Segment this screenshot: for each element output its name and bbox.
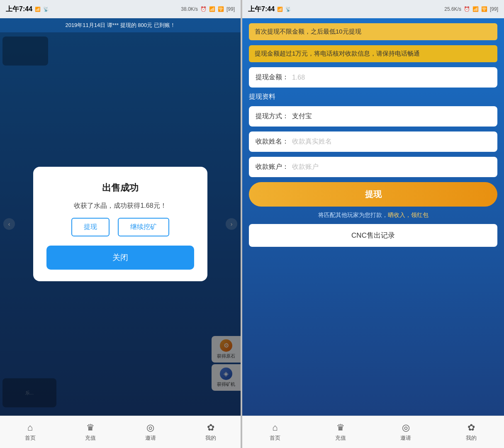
left-content-area: ‹ 乐... › ⚙ 获得原石 ◈ <box>0 32 241 416</box>
notice-1: 首次提现不限金额，之后最低10元提现 <box>249 23 497 40</box>
info-text: 将匹配其他玩家为您打款，晒收入，领红包 <box>249 212 497 219</box>
left-signal2-icon: 📶 <box>209 6 215 12</box>
modal-overlay: 出售成功 收获了水晶，成功获得1.68元！ 提现 继续挖矿 关闭 <box>0 32 241 416</box>
right-wifi-icon: 📡 <box>285 7 291 12</box>
left-invite-label: 邀请 <box>145 434 156 442</box>
right-recharge-icon: ♛ <box>336 422 345 433</box>
modal-title: 出售成功 <box>102 182 139 194</box>
modal-close-button[interactable]: 关闭 <box>46 246 194 270</box>
left-home-label: 首页 <box>25 434 36 442</box>
info-text-pre: 将匹配其他玩家为您打款， <box>318 212 388 218</box>
right-status-bar: 上午7:44 📶 📡 25.6K/s ⏰ 📶 🛜 [99] <box>242 0 504 18</box>
right-mine-icon: ✿ <box>467 422 475 433</box>
cnc-button[interactable]: CNC售出记录 <box>249 224 497 247</box>
modal-withdraw-button[interactable]: 提现 <box>71 218 110 236</box>
left-nav-mine[interactable]: ✿ 我的 <box>180 422 241 442</box>
modal-body: 收获了水晶，成功获得1.68元！ <box>74 202 166 210</box>
left-speed: 38.0K/s <box>181 6 198 12</box>
right-home-icon: ⌂ <box>272 422 278 433</box>
method-row[interactable]: 提现方式： 支付宝 <box>249 106 497 127</box>
right-speed: 25.6K/s <box>444 6 461 12</box>
left-recharge-label: 充值 <box>85 434 96 442</box>
name-label: 收款姓名： <box>256 137 289 146</box>
right-recharge-label: 充值 <box>335 434 346 442</box>
notice-2: 提现金额超过1万元，将电话核对收款信息，请保持电话畅通 <box>249 45 497 62</box>
ticker-text: 2019年11月14日 谭*** 提现的 800元 已到账！ <box>65 22 175 28</box>
left-invite-icon: ◎ <box>146 422 154 433</box>
amount-placeholder: 1.68 <box>292 74 305 81</box>
right-invite-icon: ◎ <box>402 422 410 433</box>
right-signal-icon: 📶 <box>277 7 283 12</box>
right-nav-mine[interactable]: ✿ 我的 <box>438 422 504 442</box>
left-nav-home[interactable]: ⌂ 首页 <box>0 422 60 442</box>
ticker-bar: 2019年11月14日 谭*** 提现的 800元 已到账！ <box>0 18 241 32</box>
right-home-label: 首页 <box>270 434 280 442</box>
right-panel: 首次提现不限金额，之后最低10元提现 提现金额超过1万元，将电话核对收款信息，请… <box>242 18 504 416</box>
right-nav-recharge[interactable]: ♛ 充值 <box>308 422 373 442</box>
form-section-label: 提现资料 <box>249 93 497 101</box>
left-recharge-icon: ♛ <box>86 422 95 433</box>
method-label: 提现方式： <box>256 112 289 121</box>
left-home-icon: ⌂ <box>27 422 33 433</box>
right-wifi2-icon: 🛜 <box>481 6 487 12</box>
modal-box: 出售成功 收获了水晶，成功获得1.68元！ 提现 继续挖矿 关闭 <box>33 167 207 281</box>
right-signal2-icon: 📶 <box>472 6 479 12</box>
left-panel: 2019年11月14日 谭*** 提现的 800元 已到账！ ‹ 乐... › <box>0 18 241 448</box>
right-mine-label: 我的 <box>466 434 477 442</box>
left-wifi2-icon: 🛜 <box>218 6 224 12</box>
name-row[interactable]: 收款姓名： 收款真实姓名 <box>249 131 497 152</box>
modal-action-buttons: 提现 继续挖矿 <box>71 218 169 236</box>
left-mine-label: 我的 <box>205 434 216 442</box>
right-nav-home[interactable]: ⌂ 首页 <box>242 422 308 442</box>
info-text-link[interactable]: 晒收入，领红包 <box>388 212 429 218</box>
left-time: 上午7:44 <box>6 5 32 14</box>
name-placeholder: 收款真实姓名 <box>292 137 332 146</box>
amount-label: 提现金额： <box>256 73 289 82</box>
left-wifi-icon: 📡 <box>43 7 49 12</box>
right-battery-icon: [99] <box>490 6 498 12</box>
right-time: 上午7:44 <box>248 5 275 14</box>
amount-row[interactable]: 提现金额： 1.68 <box>249 67 497 88</box>
right-clock-icon: ⏰ <box>464 6 470 12</box>
right-invite-label: 邀请 <box>400 434 411 442</box>
left-nav-invite[interactable]: ◎ 邀请 <box>120 422 180 442</box>
right-bottom-nav: ⌂ 首页 ♛ 充值 ◎ 邀请 ✿ 我的 <box>242 416 504 448</box>
left-battery-icon: [99] <box>226 6 235 12</box>
modal-continue-button[interactable]: 继续挖矿 <box>118 218 169 236</box>
left-signal-icon: 📶 <box>35 7 41 12</box>
right-nav-invite[interactable]: ◎ 邀请 <box>373 422 439 442</box>
account-placeholder: 收款账户 <box>292 163 319 171</box>
left-mine-icon: ✿ <box>207 422 214 433</box>
account-row[interactable]: 收款账户： 收款账户 <box>249 157 497 177</box>
left-status-bar: 上午7:44 📶 📡 38.0K/s ⏰ 📶 🛜 [99] <box>0 0 241 18</box>
left-clock-icon: ⏰ <box>200 6 207 12</box>
right-panel-wrapper: 首次提现不限金额，之后最低10元提现 提现金额超过1万元，将电话核对收款信息，请… <box>242 18 504 448</box>
method-value: 支付宝 <box>292 112 312 121</box>
left-nav-recharge[interactable]: ♛ 充值 <box>60 422 120 442</box>
left-bottom-nav: ⌂ 首页 ♛ 充值 ◎ 邀请 ✿ 我的 <box>0 416 241 448</box>
withdraw-button[interactable]: 提现 <box>249 182 497 207</box>
account-label: 收款账户： <box>256 163 289 171</box>
